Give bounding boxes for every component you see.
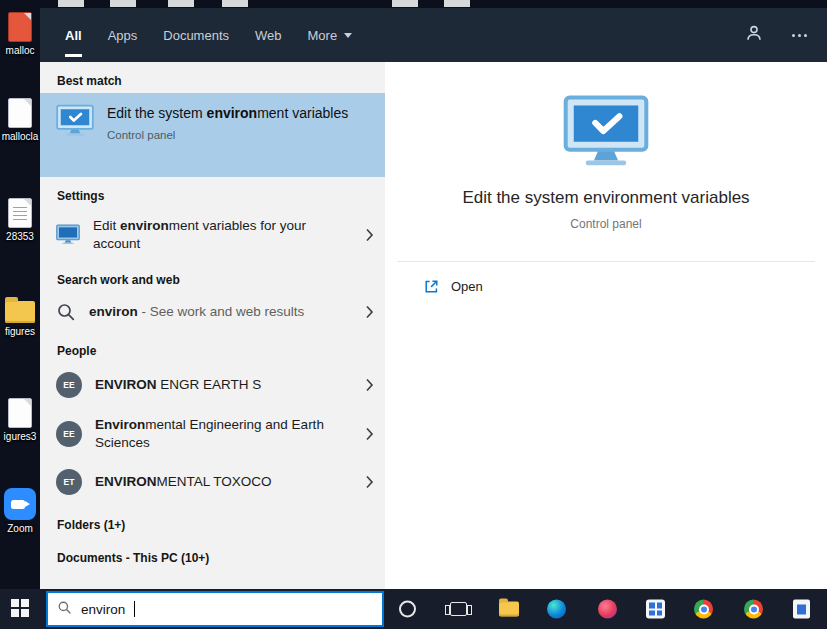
start-search-window: All Apps Documents Web More Best match	[40, 8, 827, 589]
preview-panel: Edit the system environment variables Co…	[385, 62, 827, 589]
desktop-icon-fragment	[392, 0, 418, 7]
chevron-right-icon[interactable]	[365, 427, 374, 441]
desktop-icon-zoom[interactable]: Zoom	[0, 488, 40, 534]
tab-more[interactable]: More	[295, 8, 366, 62]
tab-apps[interactable]: Apps	[95, 8, 151, 62]
chrome-icon[interactable]	[694, 600, 713, 619]
paint3d-icon[interactable]	[598, 600, 617, 619]
desktop-icon-label: figures	[5, 326, 35, 337]
tab-documents[interactable]: Documents	[150, 8, 242, 62]
desktop-icon-label: mallocla	[2, 131, 39, 142]
chevron-right-icon[interactable]	[365, 228, 374, 242]
desktop-icon-label: 28353	[6, 231, 34, 242]
tab-web[interactable]: Web	[242, 8, 295, 62]
best-match-title: Edit the system environment variables	[107, 104, 348, 122]
chevron-right-icon[interactable]	[365, 475, 374, 489]
result-person-0[interactable]: EE ENVIRON ENGR EARTH S	[40, 363, 385, 407]
file-explorer-icon[interactable]	[499, 602, 519, 617]
preview-subtitle: Control panel	[570, 217, 641, 231]
file-icon	[8, 98, 32, 128]
result-best-match[interactable]: Edit the system environment variables Co…	[40, 93, 385, 177]
calculator-icon[interactable]	[646, 600, 665, 619]
cortana-icon[interactable]	[399, 601, 416, 618]
search-icon	[56, 302, 76, 322]
zoom-app-icon	[4, 488, 36, 520]
chevron-down-icon	[344, 33, 352, 38]
edge-icon[interactable]	[547, 600, 566, 619]
search-results-panel: Best match Edit the system environment v…	[40, 62, 385, 589]
section-search-web: Search work and web	[40, 261, 385, 292]
preview-title: Edit the system environment variables	[462, 188, 749, 208]
taskbar-search-input[interactable]: environ	[46, 591, 384, 627]
desktop-icon-28353[interactable]: 28353	[0, 198, 40, 242]
more-options-icon[interactable]	[792, 34, 807, 37]
best-match-subtitle: Control panel	[107, 129, 348, 141]
folder-icon	[5, 301, 35, 323]
taskbar: environ	[0, 589, 827, 629]
desktop: malloc mallocla 28353 figures igures3 Zo…	[0, 0, 827, 629]
file-icon	[8, 398, 32, 428]
section-people: People	[40, 332, 385, 363]
desktop-icon-label: malloc	[6, 45, 35, 56]
group-documents[interactable]: Documents - This PC (10+)	[40, 537, 385, 570]
chevron-right-icon[interactable]	[365, 378, 374, 392]
text-cursor	[134, 601, 135, 617]
file-icon	[8, 12, 32, 42]
section-best-match: Best match	[40, 62, 385, 93]
search-icon	[57, 600, 72, 619]
desktop-icon-fragment	[222, 0, 248, 7]
system-properties-icon-large	[563, 94, 649, 168]
task-view-icon[interactable]	[450, 602, 467, 616]
desktop-icon-malloc[interactable]: malloc	[0, 12, 40, 56]
result-person-2[interactable]: ET ENVIRONMENTAL TOXOCO	[40, 460, 385, 504]
desktop-icon-label: igures3	[4, 431, 37, 442]
result-person-1[interactable]: EE Environmental Engineering and Earth S…	[40, 407, 385, 460]
desktop-icon-fragment	[444, 0, 470, 7]
result-text: environ - See work and web results	[89, 303, 304, 321]
settings-window-icon	[56, 224, 80, 245]
desktop-icon-figures3[interactable]: igures3	[0, 398, 40, 442]
tab-all[interactable]: All	[52, 8, 95, 62]
result-text: Edit environment variables for your acco…	[93, 217, 331, 252]
group-folders[interactable]: Folders (1+)	[40, 504, 385, 537]
result-web-search[interactable]: environ - See work and web results	[40, 292, 385, 332]
desktop-icon-fragment	[58, 0, 84, 7]
open-action[interactable]: Open	[385, 262, 827, 307]
search-query-text: environ	[81, 602, 125, 617]
person-initials-icon: ET	[56, 469, 82, 495]
chevron-right-icon[interactable]	[365, 305, 374, 319]
person-initials-icon: EE	[56, 372, 82, 398]
desktop-icon-label: Zoom	[7, 523, 33, 534]
desktop-icon-fragment	[110, 0, 136, 7]
start-button[interactable]	[11, 599, 29, 617]
person-initials-icon: EE	[56, 421, 82, 447]
chrome-profile-icon[interactable]	[744, 600, 763, 619]
desktop-icon-figures[interactable]: figures	[0, 296, 40, 337]
desktop-icon-malloclab[interactable]: mallocla	[0, 98, 40, 142]
open-label: Open	[451, 279, 483, 294]
desktop-icon-fragment	[168, 0, 194, 7]
feedback-icon[interactable]	[744, 23, 764, 47]
result-text: Environmental Engineering and Earth Scie…	[95, 416, 333, 451]
result-text: ENVIRON ENGR EARTH S	[95, 376, 261, 394]
open-external-icon	[423, 278, 440, 295]
result-text: ENVIRONMENTAL TOXOCO	[95, 473, 272, 491]
document-icon	[8, 198, 32, 228]
section-settings: Settings	[40, 177, 385, 208]
result-settings-env-vars[interactable]: Edit environment variables for your acco…	[40, 208, 385, 261]
store-icon[interactable]	[793, 600, 810, 619]
system-properties-icon	[56, 104, 94, 137]
search-filter-bar: All Apps Documents Web More	[40, 8, 827, 62]
